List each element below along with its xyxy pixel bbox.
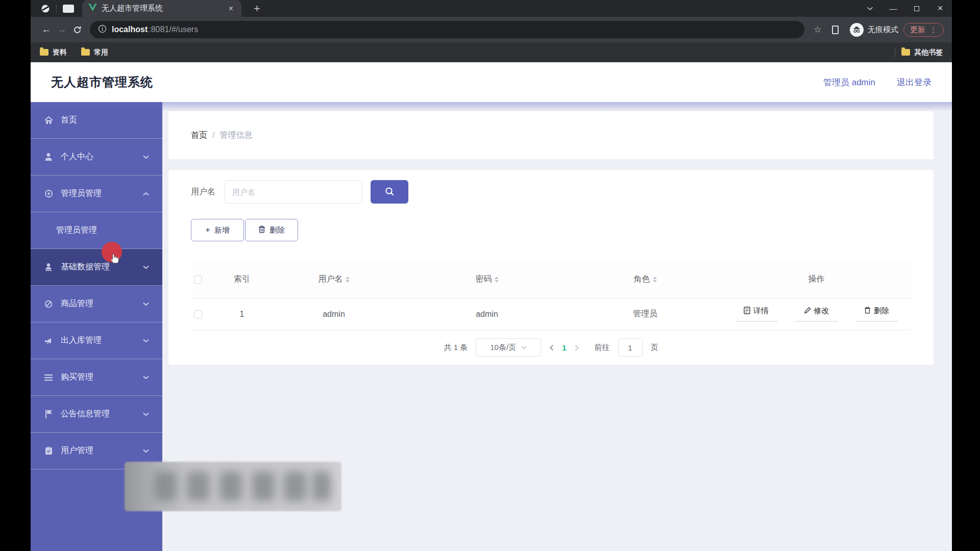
document-icon	[744, 307, 750, 316]
row-delete-action[interactable]: 删除	[855, 306, 898, 322]
delete-button-label: 删除	[270, 226, 285, 235]
sidebar-item-announcement-management[interactable]: 公告信息管理	[31, 396, 162, 433]
page-size-select[interactable]: 10条/页	[476, 338, 541, 357]
chevron-down-icon	[143, 155, 149, 159]
column-header-index[interactable]: 索引	[222, 274, 262, 285]
page-info-icon[interactable]	[98, 24, 107, 35]
sort-carets-icon[interactable]	[346, 277, 350, 283]
trash-icon	[258, 226, 265, 235]
globe-icon[interactable]	[38, 0, 53, 17]
bookmarks-separator	[895, 48, 895, 57]
current-page-number[interactable]: 1	[562, 343, 566, 352]
cell-role: 管理员	[569, 309, 722, 319]
current-user-label[interactable]: 管理员 admin	[823, 77, 875, 88]
action-underline	[795, 321, 838, 322]
reload-icon[interactable]	[69, 22, 85, 37]
row-checkbox[interactable]	[194, 310, 202, 318]
page-size-value: 10条/页	[490, 343, 516, 353]
clipboard-icon	[44, 446, 53, 456]
sort-carets-icon[interactable]	[653, 277, 657, 283]
bookmark-folder-changyong[interactable]: 常用	[81, 48, 108, 57]
sidebar-item-label: 用户管理	[61, 445, 93, 456]
prev-page-icon[interactable]	[549, 344, 554, 351]
sidebar-item-basic-data-management[interactable]: 基础数据管理	[31, 249, 162, 286]
window-controls: — ×	[858, 0, 952, 17]
breadcrumb-current: 管理信息	[219, 130, 252, 141]
active-browser-tab[interactable]: 无人超市管理系统 ×	[82, 0, 241, 17]
edit-action[interactable]: 修改	[795, 306, 838, 322]
url-path: :8081/#/users	[149, 25, 198, 34]
chevron-up-icon	[143, 192, 149, 196]
user-icon	[44, 153, 53, 162]
back-icon[interactable]: ←	[39, 22, 54, 37]
restore-button[interactable]	[905, 0, 928, 17]
sidebar-item-label: 管理员管理	[61, 188, 102, 199]
home-icon	[44, 116, 53, 125]
bookmark-folder-ziliao[interactable]: 资料	[40, 48, 67, 57]
pinned-tab[interactable]	[60, 0, 77, 17]
folder-icon	[40, 49, 48, 56]
tab-title: 无人超市管理系统	[102, 4, 222, 13]
sidebar-item-product-management[interactable]: 商品管理	[31, 286, 162, 322]
side-panel-icon[interactable]	[832, 26, 839, 34]
detail-action[interactable]: 详情	[735, 306, 778, 322]
page-unit-label: 页	[651, 343, 658, 353]
browser-toolbar: ← → localhost :8081/#/users ☆ 无痕模式 更新 ⋮	[31, 17, 952, 42]
column-header-password[interactable]: 密码	[405, 274, 569, 285]
sidebar-item-label: 基础数据管理	[61, 262, 110, 272]
sidebar-item-label: 个人中心	[61, 152, 93, 162]
cell-index: 1	[222, 310, 262, 319]
search-button[interactable]	[371, 180, 408, 204]
table-toolbar: + 新增 删除	[191, 219, 911, 241]
sidebar-item-label: 首页	[61, 115, 77, 126]
action-underline	[855, 321, 898, 322]
update-button[interactable]: 更新 ⋮	[903, 23, 944, 37]
goto-label: 前往	[595, 343, 610, 353]
pagination: 共 1 条 10条/页 1 前往	[191, 338, 911, 357]
column-header-role[interactable]: 角色	[569, 274, 722, 285]
goods-icon	[44, 299, 53, 309]
bookmark-label: 资料	[53, 48, 67, 57]
goto-page-input[interactable]	[618, 338, 643, 357]
next-page-icon[interactable]	[575, 344, 579, 351]
sidebar-item-home[interactable]: 首页	[31, 102, 162, 139]
forward-icon[interactable]: →	[54, 22, 69, 37]
chevron-down-icon	[143, 412, 149, 416]
select-all-checkbox[interactable]	[194, 276, 202, 284]
sidebar-item-label: 购买管理	[61, 372, 93, 383]
table-header-row: 索引 用户名 密码 角色	[191, 261, 911, 298]
minimize-button[interactable]: —	[881, 0, 905, 17]
breadcrumb-home-link[interactable]: 首页	[191, 130, 207, 141]
browser-menu-dots-icon[interactable]: ⋮	[929, 25, 937, 34]
add-button[interactable]: + 新增	[191, 219, 244, 241]
logout-link[interactable]: 退出登录	[897, 77, 932, 88]
column-header-actions: 操作	[722, 274, 911, 285]
new-tab-button[interactable]: +	[250, 2, 264, 15]
blurred-watermark	[125, 462, 341, 511]
sidebar-item-label: 出入库管理	[61, 335, 102, 346]
column-header-username[interactable]: 用户名	[262, 274, 405, 285]
sidebar-item-purchase-management[interactable]: 购买管理	[31, 359, 162, 396]
sidebar-item-personal-center[interactable]: 个人中心	[31, 139, 162, 176]
other-bookmarks[interactable]: 其他书签	[901, 48, 943, 57]
gear-icon	[44, 189, 53, 198]
tab-bar: 无人超市管理系统 × + — ×	[31, 0, 952, 17]
screen: 无人超市管理系统 × + — × ← →	[0, 0, 980, 551]
sidebar-subitem-admin-management[interactable]: 管理员管理	[31, 212, 162, 249]
sort-carets-icon[interactable]	[495, 277, 499, 283]
row-delete-label: 删除	[874, 306, 889, 316]
bookmark-label: 常用	[94, 48, 108, 57]
sidebar-item-inout-warehouse-management[interactable]: 出入库管理	[31, 322, 162, 359]
address-bar[interactable]: localhost :8081/#/users	[90, 21, 804, 38]
close-button[interactable]: ×	[928, 0, 952, 17]
bookmark-star-icon[interactable]: ☆	[810, 24, 826, 35]
management-panel: 用户名 + 新增	[168, 170, 934, 365]
delete-button[interactable]: 删除	[245, 219, 298, 241]
username-filter-label: 用户名	[191, 187, 215, 197]
sidebar-item-admin-management[interactable]: 管理员管理	[31, 176, 162, 212]
tab-close-icon[interactable]: ×	[227, 4, 235, 13]
username-search-input[interactable]	[225, 180, 362, 204]
search-icon	[384, 186, 395, 198]
chevron-down-icon	[143, 265, 149, 269]
browser-menu-chevron-icon[interactable]	[858, 0, 881, 17]
